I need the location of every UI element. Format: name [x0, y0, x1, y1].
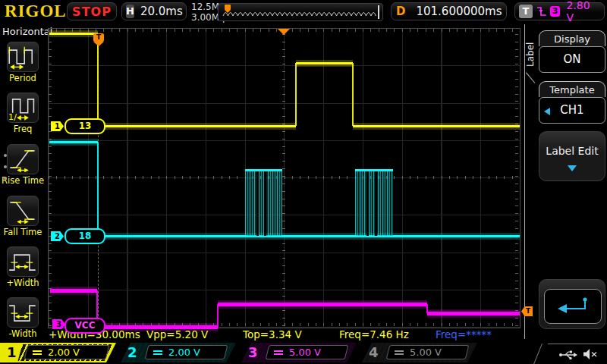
- run-state-label: STOP: [72, 5, 112, 19]
- display-label: Display: [539, 30, 605, 46]
- channel-2-scale-box: 2.00 V: [145, 345, 228, 359]
- fall-time-icon: [7, 196, 39, 226]
- channel-3-number: 3: [248, 344, 258, 360]
- measurement-vpp: Vpp=5.20 V: [146, 328, 208, 340]
- sidebar-item-rise-time[interactable]: Rise Time: [0, 144, 46, 186]
- trigger-box[interactable]: T 3 2.80 V: [514, 2, 605, 20]
- waveform-memory-preview[interactable]: [218, 3, 383, 21]
- channel-4-scale-box: 5.00 V: [386, 345, 470, 359]
- sidebar-item-label: Rise Time: [0, 175, 46, 186]
- sidebar-item-period[interactable]: Period: [0, 42, 46, 83]
- channel-2-status[interactable]: 2 2.00 V: [121, 343, 236, 362]
- label-edit-text: Label Edit: [539, 145, 605, 157]
- sidebar-item-label: Freq: [0, 124, 46, 134]
- measurement-freq-a: Freq=7.46 Hz: [339, 328, 409, 340]
- usb-icon: [558, 349, 578, 361]
- menu-page-dots: [4, 146, 7, 188]
- back-button-inner: [544, 289, 602, 324]
- menu-item-display[interactable]: Display ON: [539, 30, 605, 73]
- dc-coupling-icon: [395, 350, 404, 355]
- t-key-icon: T: [519, 5, 533, 18]
- d-key-icon: D: [396, 5, 405, 18]
- preview-trigger-flag-icon: [225, 5, 231, 10]
- channel-1-scale: 2.00 V: [48, 347, 80, 358]
- falling-edge-icon: [536, 5, 547, 17]
- channel-2-scale: 2.00 V: [168, 347, 200, 358]
- dc-coupling-icon: [153, 350, 162, 355]
- horizontal-center-marker[interactable]: [278, 29, 290, 35]
- chevron-down-icon: [568, 165, 577, 171]
- channel-1-status[interactable]: 1 2.00 V: [0, 343, 116, 362]
- measurement-freq-b: Freq=*****: [436, 328, 492, 340]
- channel-1-scale-box: 2.00 V: [24, 345, 110, 359]
- template-value[interactable]: CH1: [539, 97, 605, 124]
- channel-2-number: 2: [127, 344, 137, 360]
- measure-sidebar-title: Horizontal: [2, 26, 52, 37]
- channel-3-status[interactable]: 3 5.00 V: [241, 343, 357, 362]
- top-status-bar: RIGOL STOP H 20.0ms 12.5MSa/s 3.00M pts …: [0, 0, 607, 24]
- dc-coupling-icon: [33, 350, 42, 355]
- back-button[interactable]: [539, 279, 605, 329]
- trigger-level-marker[interactable]: T: [521, 306, 533, 316]
- svg-text:1/: 1/: [8, 112, 17, 122]
- sidebar-item-fall-time[interactable]: Fall Time: [0, 196, 46, 237]
- timebase-value: 20.0ms: [140, 5, 183, 18]
- channel-3-scale-box: 5.00 V: [266, 345, 349, 359]
- chevron-left-icon: [544, 108, 550, 115]
- run-state-button[interactable]: STOP: [67, 2, 117, 20]
- sidebar-item-label: -Width: [0, 328, 46, 339]
- h-key-icon: H: [126, 5, 134, 18]
- channel-4-number: 4: [369, 344, 379, 360]
- pos-width-icon: [7, 246, 39, 277]
- channel-4-status[interactable]: 4 5.00 V: [362, 343, 477, 362]
- rigol-logo: RIGOL: [5, 2, 67, 21]
- status-icons-panel: [548, 344, 607, 364]
- label-edit-button[interactable]: Label Edit: [539, 131, 605, 181]
- ch1-label-badge: 13: [64, 118, 105, 134]
- sidebar-item-freq[interactable]: 1/ Freq: [0, 93, 46, 134]
- template-label: Template: [539, 81, 605, 97]
- menu-item-template[interactable]: Template CH1: [539, 81, 605, 124]
- freq-icon: 1/: [7, 93, 39, 123]
- trigger-level-value: 2.80 V: [566, 0, 600, 24]
- sidebar-item-label: Period: [0, 73, 46, 83]
- channel-status-bar: 1 2.00 V 2 2.00 V 3 5.00 V 4 5.00 V: [0, 343, 607, 362]
- sidebar-item-pos-width[interactable]: +Width: [0, 246, 46, 288]
- display-value[interactable]: ON: [539, 46, 605, 73]
- period-icon: [7, 42, 39, 72]
- measure-sidebar: Horizontal Period 1/ Freq: [0, 24, 46, 340]
- dc-coupling-icon: [274, 350, 283, 355]
- preview-waveform-icon: [220, 5, 381, 20]
- menu-tab-label: Label: [525, 35, 536, 74]
- neg-width-icon: [7, 297, 39, 328]
- channel-1-number: 1: [7, 344, 17, 360]
- channel-3-scale: 5.00 V: [289, 347, 321, 358]
- ch3-label-badge: VCC: [64, 318, 105, 334]
- trigger-source-badge: 3: [550, 6, 561, 17]
- preview-window-bracket-icon: [378, 5, 379, 19]
- waveform-display: 1 13 2 18 3 VCC T: [48, 24, 521, 338]
- delay-box[interactable]: D 101.600000ms: [391, 2, 507, 20]
- rise-time-icon: [7, 144, 39, 174]
- ch2-label-badge: 18: [64, 228, 105, 244]
- channel-4-scale: 5.00 V: [410, 347, 442, 358]
- trigger-position-flag[interactable]: T: [93, 33, 104, 42]
- sidebar-item-label: +Width: [0, 278, 46, 288]
- return-arrow-icon: [555, 296, 590, 315]
- speaker-muted-icon: [583, 348, 598, 360]
- measurement-top: Top=3.34 V: [243, 328, 302, 340]
- sidebar-item-neg-width[interactable]: -Width: [0, 297, 46, 339]
- sidebar-item-label: Fall Time: [0, 227, 46, 237]
- horizontal-timebase-box[interactable]: H 20.0ms: [121, 2, 187, 20]
- delay-value: 101.600000ms: [416, 5, 502, 18]
- trace-layer: [48, 24, 521, 338]
